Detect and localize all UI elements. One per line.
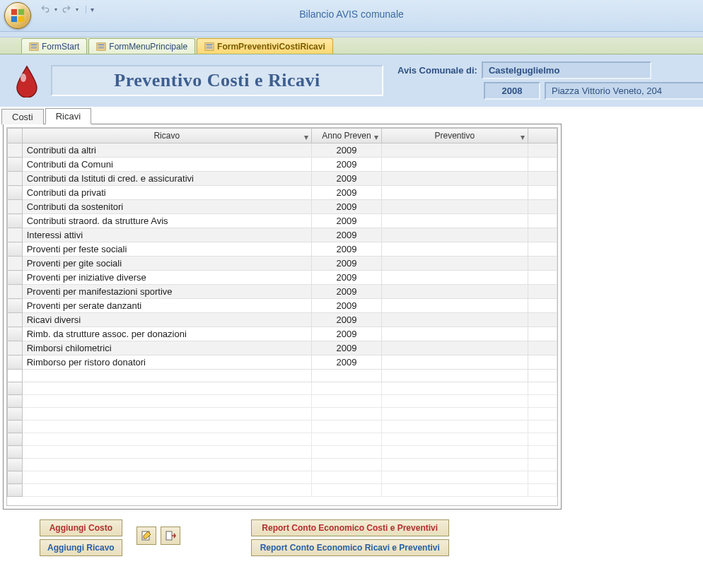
cell-ricavo[interactable]: Contributi da altri: [22, 143, 311, 158]
cell-blank[interactable]: [528, 172, 557, 186]
row-selector[interactable]: [8, 370, 23, 382]
cell-preventivo[interactable]: [382, 355, 528, 370]
cell-preventivo[interactable]: [382, 172, 528, 186]
cell-preventivo[interactable]: [382, 257, 528, 271]
cell-preventivo[interactable]: [382, 341, 528, 355]
cell-anno[interactable]: 2009: [311, 200, 381, 214]
cell-anno[interactable]: 2009: [311, 257, 381, 271]
cell-ricavo[interactable]: Ricavi diversi: [22, 313, 311, 327]
undo-dropdown-icon[interactable]: ▾: [54, 6, 57, 13]
cell-preventivo[interactable]: [382, 200, 528, 214]
row-selector[interactable]: [8, 143, 23, 158]
cell-ricavo[interactable]: Contributi da privati: [22, 186, 311, 200]
table-row[interactable]: Rimborsi chilometrici2009: [8, 341, 557, 355]
cell-ricavo[interactable]: Contributi da Istituti di cred. e assicu…: [22, 172, 311, 186]
column-header-blank[interactable]: [528, 129, 557, 143]
aggiungi-ricavo-button[interactable]: Aggiungi Ricavo: [40, 539, 122, 556]
datasheet-grid[interactable]: Ricavo▾ Anno Preven▾ Preventivo▾ Contrib…: [6, 127, 558, 506]
cell-ricavo[interactable]: Contributi da sostenitori: [22, 200, 311, 214]
row-selector[interactable]: [8, 186, 23, 200]
cell-preventivo[interactable]: [382, 186, 528, 200]
cell-anno[interactable]: 2009: [311, 355, 381, 370]
cell-preventivo[interactable]: [382, 299, 528, 313]
cell-anno[interactable]: 2009: [311, 158, 381, 172]
report-costi-button[interactable]: Report Conto Economico Costi e Preventiv…: [251, 519, 449, 536]
cell-preventivo[interactable]: [382, 214, 528, 228]
cell-blank[interactable]: [528, 355, 557, 370]
table-row[interactable]: Contributi straord. da strutture Avis200…: [8, 214, 557, 228]
table-row[interactable]: Proventi per gite sociali2009: [8, 257, 557, 271]
table-row[interactable]: Proventi per feste sociali2009: [8, 242, 557, 257]
cell-preventivo[interactable]: [382, 143, 528, 158]
cell-ricavo[interactable]: Rimborso per ristoro donatori: [22, 355, 311, 370]
table-row[interactable]: Contributi da altri2009: [8, 143, 557, 158]
cell-ricavo[interactable]: Rimb. da strutture assoc. per donazioni: [22, 327, 311, 341]
filter-dropdown-icon[interactable]: ▾: [303, 132, 310, 139]
column-header-preventivo[interactable]: Preventivo▾: [382, 129, 528, 143]
cell-blank[interactable]: [528, 313, 557, 327]
tab-formstart[interactable]: FormStart: [21, 38, 87, 54]
table-row[interactable]: Interessi attivi2009: [8, 228, 557, 242]
cell-preventivo[interactable]: [382, 158, 528, 172]
office-button[interactable]: [4, 2, 31, 29]
cell-anno[interactable]: 2009: [311, 214, 381, 228]
row-selector[interactable]: [8, 271, 23, 285]
row-selector[interactable]: [8, 172, 23, 186]
cell-anno[interactable]: 2009: [311, 341, 381, 355]
close-form-button[interactable]: [161, 527, 180, 545]
tab-formmenuprincipale[interactable]: FormMenuPrincipale: [88, 38, 195, 54]
cell-ricavo[interactable]: Proventi per iniziative diverse: [22, 271, 311, 285]
cell-anno[interactable]: 2009: [311, 242, 381, 257]
cell-preventivo[interactable]: [382, 327, 528, 341]
row-selector[interactable]: [8, 228, 23, 242]
select-all-corner[interactable]: [8, 129, 23, 143]
cell-ricavo[interactable]: Proventi per manifestazioni sportive: [22, 285, 311, 299]
table-row[interactable]: Contributi da privati2009: [8, 186, 557, 200]
table-row[interactable]: Contributi da Comuni2009: [8, 158, 557, 172]
filter-dropdown-icon[interactable]: ▾: [519, 132, 526, 139]
redo-dropdown-icon[interactable]: ▾: [76, 6, 79, 13]
cell-blank[interactable]: [528, 285, 557, 299]
cell-anno[interactable]: 2009: [311, 299, 381, 313]
table-row[interactable]: Proventi per iniziative diverse2009: [8, 271, 557, 285]
cell-blank[interactable]: [528, 186, 557, 200]
row-selector[interactable]: [8, 214, 23, 228]
report-ricavi-button[interactable]: Report Conto Economico Ricavi e Preventi…: [251, 539, 449, 556]
table-row[interactable]: Proventi per serate danzanti2009: [8, 299, 557, 313]
tab-costi[interactable]: Costi: [1, 109, 44, 124]
row-selector[interactable]: [8, 158, 23, 172]
cell-anno[interactable]: 2009: [311, 172, 381, 186]
tab-ricavi[interactable]: Ricavi: [45, 108, 91, 124]
cell-ricavo[interactable]: Proventi per gite sociali: [22, 257, 311, 271]
table-row[interactable]: Rimb. da strutture assoc. per donazioni2…: [8, 327, 557, 341]
cell-anno[interactable]: 2009: [311, 285, 381, 299]
cell-ricavo[interactable]: Contributi da Comuni: [22, 158, 311, 172]
cell-anno[interactable]: 2009: [311, 228, 381, 242]
save-record-button[interactable]: [136, 527, 156, 545]
cell-anno[interactable]: 2009: [311, 327, 381, 341]
redo-button[interactable]: [60, 3, 73, 16]
cell-blank[interactable]: [528, 158, 557, 172]
table-row[interactable]: Contributi da Istituti di cred. e assicu…: [8, 172, 557, 186]
row-selector[interactable]: [8, 327, 23, 341]
cell-preventivo[interactable]: [382, 242, 528, 257]
cell-ricavo[interactable]: Interessi attivi: [22, 228, 311, 242]
cell-blank[interactable]: [528, 327, 557, 341]
table-row[interactable]: Contributi da sostenitori2009: [8, 200, 557, 214]
cell-anno[interactable]: 2009: [311, 271, 381, 285]
cell-preventivo[interactable]: [382, 313, 528, 327]
row-selector[interactable]: [8, 285, 23, 299]
row-selector[interactable]: [8, 299, 23, 313]
cell-ricavo[interactable]: Proventi per serate danzanti: [22, 299, 311, 313]
cell-preventivo[interactable]: [382, 285, 528, 299]
filter-dropdown-icon[interactable]: ▾: [373, 132, 380, 139]
cell-ricavo[interactable]: Rimborsi chilometrici: [22, 341, 311, 355]
cell-blank[interactable]: [528, 228, 557, 242]
cell-anno[interactable]: 2009: [311, 313, 381, 327]
cell-blank[interactable]: [528, 299, 557, 313]
cell-ricavo[interactable]: Contributi straord. da strutture Avis: [22, 214, 311, 228]
tab-formpreventivicostiricavi[interactable]: FormPreventiviCostiRicavi: [197, 38, 333, 54]
row-selector[interactable]: [8, 313, 23, 327]
new-record-row[interactable]: [8, 370, 557, 382]
undo-button[interactable]: [39, 3, 52, 16]
